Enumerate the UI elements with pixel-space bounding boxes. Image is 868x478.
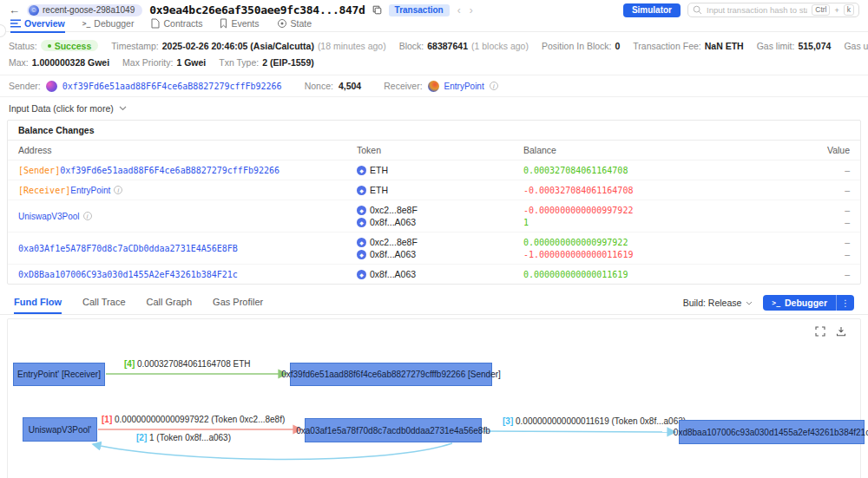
meta-gas-limit: Gas limit:515,074 xyxy=(757,40,832,51)
build-selector[interactable]: Build: Release xyxy=(683,298,753,308)
token-line: ◆0xc2...8e8F xyxy=(357,236,523,248)
input-data-toggle[interactable]: Input Data (click for more) xyxy=(0,97,868,120)
fund-flow-canvas: [4] 0.000327084061164708 ETH[1] 0.000000… xyxy=(8,319,860,478)
token-line: ◆0xc2...8e8F xyxy=(357,204,523,216)
edge-sequence: [3] xyxy=(503,416,513,426)
chevron-down-icon xyxy=(746,301,753,305)
flow-node-receiver[interactable]: EntryPoint' [Receiver] xyxy=(13,363,105,386)
address-link[interactable]: EntryPoint xyxy=(70,186,110,195)
address-link[interactable]: 0xf39Fd6e51aad88F6F4ce6aB8827279cffFb922… xyxy=(60,166,279,175)
edge-amount: 0.000000000000997922 (Token 0xc2...8e8f) xyxy=(112,415,285,424)
terminal-icon: >_ xyxy=(82,20,91,28)
nav-tab-label: Overview xyxy=(24,18,65,29)
analysis-tab-gas-profiler[interactable]: Gas Profiler xyxy=(213,297,263,314)
sender-avatar-icon xyxy=(46,81,57,92)
token-symbol: ETH xyxy=(370,185,388,195)
session-avatar-icon: ☺ xyxy=(29,5,39,16)
address-link[interactable]: 0xD8Baa107006C93a030d1455A2eF43261b384F2… xyxy=(18,270,238,279)
meta-value: 2025-02-26 20:46:05 (Asia/Calcutta) xyxy=(162,41,314,51)
balance-token-cell: ◆0x8f...A063 xyxy=(357,268,523,280)
balance-amount-cell: 0.000000000000011619 xyxy=(523,268,810,280)
chevron-left-icon[interactable]: ‹ xyxy=(457,5,462,16)
balance-token-cell: ◆ETH xyxy=(357,164,523,176)
address-link[interactable]: UniswapV3Pool xyxy=(18,212,80,221)
nav-tab-overview[interactable]: Overview xyxy=(10,18,65,33)
debugger-button[interactable]: >_ Debugger ⋮ xyxy=(763,295,854,311)
balance-value-cell: –– xyxy=(810,204,850,228)
flow-edge-label-1: [1] 0.000000000000997922 (Token 0xc2...8… xyxy=(102,415,285,424)
balance-amount: -1.000000000000011619 xyxy=(523,250,633,259)
session-badge[interactable]: ☺ recent-goose-298a1049 xyxy=(27,4,142,16)
token-symbol: 0x8f...A063 xyxy=(370,217,416,227)
search-box[interactable]: Ctrl + k xyxy=(687,3,859,17)
flow-edge-label-3: [3] 0.000000000000011619 (Token 0x8f...a… xyxy=(503,416,686,426)
meta-label: Gas limit: xyxy=(757,41,795,51)
flow-node-pool[interactable]: UniswapV3Pool' xyxy=(23,417,97,442)
back-icon[interactable]: ← xyxy=(9,3,20,16)
flow-edge-label-4: [4] 0.000327084061164708 ETH xyxy=(124,359,251,369)
nav-tab-events[interactable]: Events xyxy=(220,18,259,33)
balance-amount-cell: 0.000327084061164708 xyxy=(523,164,810,176)
receiver-info-icon[interactable]: i xyxy=(490,82,498,90)
info-icon[interactable]: i xyxy=(83,212,92,220)
balance-row: 0xD8Baa107006C93a030d1455A2eF43261b384F2… xyxy=(8,265,860,284)
balance-changes-panel: Balance Changes Address Token Balance Va… xyxy=(7,120,861,285)
copy-icon[interactable] xyxy=(372,5,382,15)
meta-status: Status:Success xyxy=(9,40,98,51)
meta-label: Max Priority: xyxy=(122,57,173,68)
token-icon: ◆ xyxy=(357,166,366,175)
balance-line: 0.000327084061164708 xyxy=(523,164,810,176)
edge-sequence: [1] xyxy=(102,415,112,424)
address-link[interactable]: 0xa03Af1e5A78F70d8c7aCDb0ddaa2731E4A56E8… xyxy=(18,244,238,253)
meta-label: Gas used: xyxy=(844,41,868,51)
search-input[interactable] xyxy=(707,5,807,15)
token-line: ◆ETH xyxy=(357,164,523,176)
token-symbol: 0x8f...A063 xyxy=(370,249,416,259)
nav-tab-bar: Overview>_DebuggerContractsEventsState xyxy=(0,17,868,32)
meta-note: (18 minutes ago) xyxy=(318,41,386,51)
sender-address-link[interactable]: 0xf39Fd6e51aad88F6F4ce6aB8827279cffFb922… xyxy=(62,82,282,91)
nav-tab-label: Events xyxy=(231,18,259,29)
flow-node-dest[interactable]: 0xd8baa107006c93a030d1455a2ef43261b384f2… xyxy=(679,420,865,444)
flow-edge-3 xyxy=(483,431,675,432)
token-symbol: 0xc2...8e8F xyxy=(370,237,418,247)
simulator-button[interactable]: Simulator xyxy=(623,3,681,17)
value-amount: – xyxy=(845,165,850,175)
token-icon: ◆ xyxy=(357,186,366,195)
fund-flow-panel: [4] 0.000327084061164708 ETH[1] 0.000000… xyxy=(7,318,861,478)
token-symbol: ETH xyxy=(370,165,388,175)
balance-value-cell: –– xyxy=(810,236,850,260)
status-dot-icon xyxy=(48,44,51,48)
balance-row: 0xa03Af1e5A78F70d8c7aCDb0ddaa2731E4A56E8… xyxy=(8,232,860,265)
chevron-right-icon[interactable]: › xyxy=(469,5,474,16)
analysis-tab-call-trace[interactable]: Call Trace xyxy=(82,297,126,314)
meta-label: Block: xyxy=(399,41,424,51)
flow-node-sender[interactable]: 0xf39fd6e51aad88f6f4ce6ab8827279cfffb922… xyxy=(290,363,492,386)
flow-node-mid[interactable]: 0xa03af1e5a78f70d8c7acdb0ddaa2731e4a56e8… xyxy=(305,418,482,442)
transaction-hash: 0x9ea4bc26e6af350aee9fc384...847d xyxy=(149,3,365,16)
nav-tab-debugger[interactable]: >_Debugger xyxy=(82,18,135,33)
nav-tab-state[interactable]: State xyxy=(277,18,312,33)
nav-tab-contracts[interactable]: Contracts xyxy=(151,18,202,33)
search-icon xyxy=(693,5,702,15)
transaction-meta: Status:SuccessTimestamp:2025-02-26 20:46… xyxy=(0,32,868,75)
balance-amount-cell: -0.000327084061164708 xyxy=(523,184,810,196)
balance-address-cell: [Receiver]EntryPointi xyxy=(18,184,357,196)
balance-amount-cell: -0.0000000000009979221 xyxy=(523,204,810,228)
token-icon: ◆ xyxy=(357,238,366,247)
receiver-link[interactable]: EntryPoint xyxy=(444,82,484,91)
analysis-tab-fund-flow[interactable]: Fund Flow xyxy=(14,297,62,314)
column-address: Address xyxy=(18,145,357,155)
analysis-tab-call-graph[interactable]: Call Graph xyxy=(147,297,193,314)
receiver-avatar-icon xyxy=(428,81,439,92)
meta-timestamp: Timestamp:2025-02-26 20:46:05 (Asia/Calc… xyxy=(111,40,385,51)
value-line: – xyxy=(810,216,850,228)
token-icon: ◆ xyxy=(357,218,366,227)
debugger-more-icon[interactable]: ⋮ xyxy=(837,295,854,311)
input-data-label: Input Data (click for more) xyxy=(9,103,114,114)
meta-label: Max: xyxy=(9,57,29,68)
balance-value-cell: – xyxy=(810,164,850,176)
info-icon[interactable]: i xyxy=(114,186,122,194)
value-line: – xyxy=(810,184,850,196)
value-amount: – xyxy=(845,237,850,247)
